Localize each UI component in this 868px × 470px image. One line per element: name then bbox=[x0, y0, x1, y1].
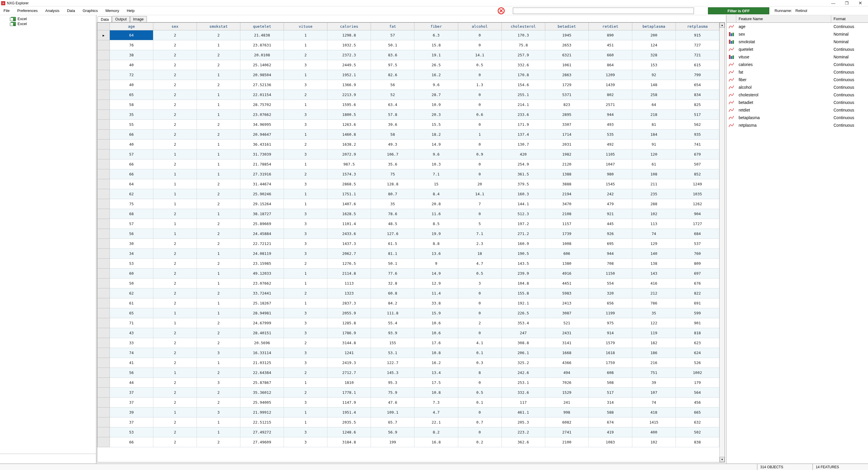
cell[interactable]: 1323 bbox=[328, 288, 371, 299]
cell[interactable]: 2 bbox=[153, 388, 197, 398]
cell[interactable]: 809 bbox=[676, 259, 719, 269]
cell[interactable]: 1 bbox=[153, 169, 197, 179]
cell[interactable]: 1 bbox=[197, 139, 240, 150]
cell[interactable]: 3 bbox=[284, 150, 328, 159]
cell[interactable]: 2 bbox=[153, 437, 197, 447]
cell[interactable]: 81.1 bbox=[371, 249, 414, 259]
cell[interactable]: 674 bbox=[589, 417, 632, 427]
cell[interactable]: 418 bbox=[632, 408, 676, 417]
cell[interactable]: 14.1 bbox=[458, 189, 501, 199]
cell[interactable]: 2 bbox=[197, 179, 240, 189]
cell[interactable]: 52 bbox=[371, 90, 414, 100]
cell[interactable]: 2 bbox=[153, 120, 197, 130]
cell[interactable]: 212 bbox=[632, 288, 676, 299]
cell[interactable]: 92 bbox=[632, 70, 676, 80]
cell[interactable]: 155 bbox=[371, 338, 414, 348]
table-row[interactable]: 622233.724412132360.811.40155.8598332021… bbox=[97, 288, 719, 299]
cell[interactable]: 239.9 bbox=[501, 269, 545, 279]
cell[interactable]: 25.14062 bbox=[240, 60, 284, 70]
cell[interactable]: 16.8 bbox=[414, 437, 458, 447]
cell[interactable]: 31.44674 bbox=[240, 179, 284, 189]
cell[interactable]: 697 bbox=[676, 269, 719, 279]
cell[interactable]: 2 bbox=[197, 130, 240, 139]
feature-row-quetelet[interactable]: queteletContinuous bbox=[726, 45, 868, 53]
cell[interactable]: 1 bbox=[284, 159, 328, 169]
cell[interactable]: 155.8 bbox=[501, 288, 545, 299]
cell[interactable]: 35.36012 bbox=[240, 388, 284, 398]
cell[interactable]: 2 bbox=[153, 139, 197, 150]
cell[interactable]: 802 bbox=[589, 90, 632, 100]
cell[interactable]: 226.5 bbox=[501, 308, 545, 318]
cell[interactable]: 28.75702 bbox=[240, 100, 284, 110]
cell[interactable]: 216 bbox=[632, 358, 676, 368]
table-row[interactable]: 332220.569623144.815517.64.1308.83141157… bbox=[97, 338, 719, 348]
cell[interactable]: 1276.5 bbox=[328, 259, 371, 269]
cell[interactable]: 39 bbox=[632, 378, 676, 388]
cell[interactable]: 122 bbox=[632, 318, 676, 328]
cell[interactable]: 1545 bbox=[589, 179, 632, 189]
table-row[interactable]: 302222.7212131437.361.58.82.3160.9100869… bbox=[97, 239, 719, 249]
cell[interactable]: 22.1 bbox=[414, 417, 458, 427]
cell[interactable]: 53 bbox=[110, 427, 153, 437]
search-input[interactable] bbox=[513, 8, 694, 14]
cell[interactable]: 124 bbox=[632, 40, 676, 50]
vertical-scrollbar[interactable]: ▴ ▾ bbox=[719, 23, 724, 462]
cell[interactable]: 1729 bbox=[545, 80, 589, 90]
cell[interactable]: 13.4 bbox=[414, 368, 458, 378]
cell[interactable]: 28.40151 bbox=[240, 328, 284, 338]
cell[interactable]: 2 bbox=[284, 338, 328, 348]
cell[interactable]: 8.2 bbox=[414, 427, 458, 437]
cell[interactable]: 93.9 bbox=[371, 328, 414, 338]
cell[interactable]: 1061 bbox=[545, 60, 589, 70]
cell[interactable]: 679 bbox=[676, 150, 719, 159]
cell[interactable]: 57 bbox=[110, 219, 153, 229]
table-row[interactable]: 652122.0115422213.95228.70255.1537180225… bbox=[97, 90, 719, 100]
cell[interactable]: 2 bbox=[153, 259, 197, 269]
cell[interactable]: 102 bbox=[632, 209, 676, 219]
cell[interactable]: 35 bbox=[371, 199, 414, 209]
cell[interactable]: 36.43161 bbox=[240, 139, 284, 150]
cell[interactable]: 1241 bbox=[328, 348, 371, 358]
cell[interactable]: 84.2 bbox=[371, 299, 414, 308]
cell[interactable]: 1 bbox=[153, 318, 197, 328]
cell[interactable]: 2 bbox=[153, 299, 197, 308]
cell[interactable]: 2741 bbox=[545, 427, 589, 437]
table-row[interactable]: 432228.4015131786.993.910.60247243191411… bbox=[97, 328, 719, 338]
table-row[interactable]: 661127.3191621574.3757.10361.51388980108… bbox=[97, 169, 719, 179]
table-row[interactable]: 662227.4960933184.819916.80.2362.6210010… bbox=[97, 437, 719, 447]
feature-row-calories[interactable]: caloriesContinuous bbox=[726, 61, 868, 68]
cell[interactable]: 186 bbox=[632, 348, 676, 358]
cell[interactable]: 78.6 bbox=[371, 209, 414, 219]
cell[interactable]: 0.3 bbox=[458, 358, 501, 368]
tree-item-excel[interactable]: Excel bbox=[2, 21, 94, 26]
cell[interactable]: 2868.5 bbox=[328, 179, 371, 189]
cell[interactable]: 9.6 bbox=[414, 80, 458, 90]
cell[interactable]: 15.9 bbox=[414, 308, 458, 318]
cell[interactable]: 3 bbox=[284, 348, 328, 358]
menu-data[interactable]: Data bbox=[66, 8, 76, 13]
cell[interactable]: 211 bbox=[632, 179, 676, 189]
cell[interactable]: 65 bbox=[110, 308, 153, 318]
cell[interactable]: 521 bbox=[545, 318, 589, 328]
cell[interactable]: 2 bbox=[197, 229, 240, 239]
cell[interactable]: 0 bbox=[458, 299, 501, 308]
cell[interactable]: 332.6 bbox=[501, 60, 545, 70]
cell[interactable]: 11.4 bbox=[414, 288, 458, 299]
cell[interactable]: 16.2 bbox=[414, 358, 458, 368]
cell[interactable]: 1951.4 bbox=[328, 408, 371, 417]
cell[interactable]: 66 bbox=[110, 169, 153, 179]
cell[interactable]: 65.7 bbox=[371, 417, 414, 427]
cell[interactable]: 137.4 bbox=[501, 130, 545, 139]
feature-row-sex[interactable]: sexNominal bbox=[726, 30, 868, 38]
cell[interactable]: 3 bbox=[284, 358, 328, 368]
table-row[interactable]: 651128.9498132055.9111.815.90226.5308711… bbox=[97, 308, 719, 318]
table-row[interactable]: 372235.3601221778.175.910.80.5332.615295… bbox=[97, 388, 719, 398]
cell[interactable]: 288 bbox=[632, 199, 676, 209]
cell[interactable]: 0 bbox=[458, 100, 501, 110]
cell[interactable]: 109.1 bbox=[371, 408, 414, 417]
feature-row-betaplasma[interactable]: betaplasmaContinuous bbox=[726, 114, 868, 121]
cell[interactable]: 0.9 bbox=[458, 150, 501, 159]
cell[interactable]: 708 bbox=[589, 259, 632, 269]
cell[interactable]: 1157 bbox=[545, 219, 589, 229]
cell[interactable]: 2571 bbox=[589, 100, 632, 110]
